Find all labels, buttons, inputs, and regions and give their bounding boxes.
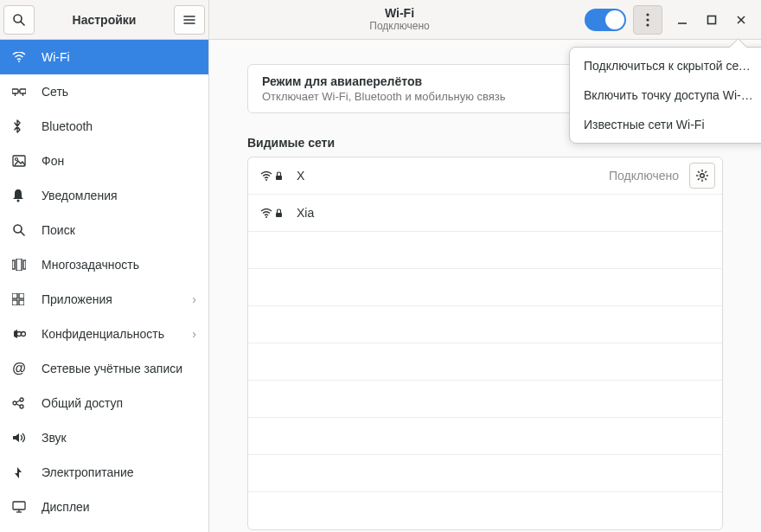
svg-line-50 xyxy=(698,178,700,180)
maximize-icon xyxy=(707,15,717,25)
kebab-menu-button[interactable] xyxy=(633,5,662,35)
sidebar-item-label: Конфиденциальность xyxy=(42,327,164,341)
network-signal-lock xyxy=(260,171,290,181)
close-button[interactable] xyxy=(726,5,756,35)
sidebar-item-background[interactable]: Фон xyxy=(0,144,208,178)
maximize-button[interactable] xyxy=(697,5,726,35)
search-button[interactable] xyxy=(3,5,35,35)
svg-rect-6 xyxy=(12,89,18,93)
svg-point-24 xyxy=(22,332,26,337)
sidebar-item-label: Сеть xyxy=(42,85,68,99)
sidebar-item-multitasking[interactable]: Многозадачность xyxy=(0,247,208,282)
minimize-button[interactable] xyxy=(668,5,697,35)
svg-point-36 xyxy=(646,23,649,26)
sidebar-item-wifi[interactable]: Wi-Fi xyxy=(0,40,208,74)
empty-row xyxy=(248,381,722,418)
menu-enable-hotspot[interactable]: Включить точку доступа Wi-Fi… xyxy=(573,80,761,110)
empty-row xyxy=(248,232,722,269)
chevron-right-icon: › xyxy=(192,292,196,306)
online-accounts-icon: @ xyxy=(12,362,28,375)
sidebar-item-label: Приложения xyxy=(42,292,112,306)
svg-point-35 xyxy=(646,18,649,21)
minimize-icon xyxy=(677,15,687,25)
svg-point-27 xyxy=(13,401,16,405)
svg-line-15 xyxy=(21,232,24,235)
svg-text:@: @ xyxy=(12,362,26,375)
menu-known-networks[interactable]: Известные сети Wi-Fi xyxy=(573,110,761,139)
notifications-icon xyxy=(12,189,28,202)
wifi-icon xyxy=(12,52,28,62)
empty-row xyxy=(248,455,722,492)
sidebar-item-label: Wi-Fi xyxy=(42,50,70,64)
network-status: Подключено xyxy=(609,169,679,183)
main-title-wrap: Wi-Fi Подключено xyxy=(214,7,585,32)
privacy-icon xyxy=(12,328,28,340)
sidebar: Настройки Wi-Fi Сеть Bluetooth Фон xyxy=(0,0,209,532)
svg-point-34 xyxy=(646,13,649,16)
network-list: X Подключено Xia xyxy=(247,157,723,530)
close-icon xyxy=(736,15,746,25)
primary-menu-button[interactable] xyxy=(174,5,205,35)
network-row[interactable]: Xia xyxy=(248,195,722,232)
sidebar-item-bluetooth[interactable]: Bluetooth xyxy=(0,109,208,144)
svg-line-30 xyxy=(16,404,20,406)
applications-icon xyxy=(12,293,28,305)
settings-window: Настройки Wi-Fi Сеть Bluetooth Фон xyxy=(0,0,761,532)
svg-point-52 xyxy=(265,216,267,218)
sidebar-item-label: Дисплеи xyxy=(42,500,90,514)
sound-icon xyxy=(12,432,28,444)
sidebar-item-sharing[interactable]: Общий доступ xyxy=(0,386,208,420)
svg-point-12 xyxy=(16,158,18,161)
sidebar-item-online-accounts[interactable]: @ Сетевые учётные записи xyxy=(0,351,208,386)
svg-line-51 xyxy=(705,171,707,173)
sidebar-item-label: Поиск xyxy=(42,223,75,237)
svg-rect-18 xyxy=(23,260,26,269)
sidebar-item-network[interactable]: Сеть xyxy=(0,74,208,109)
network-icon xyxy=(12,87,28,97)
svg-rect-19 xyxy=(12,293,17,298)
content: Режим для авиаперелётов Отключает Wi-Fi,… xyxy=(209,40,761,530)
sidebar-item-notifications[interactable]: Уведомления xyxy=(0,178,208,213)
sidebar-item-label: Сетевые учётные записи xyxy=(42,362,182,375)
main-header: Wi-Fi Подключено xyxy=(209,0,761,40)
network-name: Xia xyxy=(297,206,314,220)
sidebar-item-applications[interactable]: Приложения › xyxy=(0,282,208,317)
svg-rect-53 xyxy=(276,213,282,217)
sidebar-item-sound[interactable]: Звук xyxy=(0,420,208,455)
svg-line-29 xyxy=(16,401,20,402)
background-icon xyxy=(12,155,28,167)
chevron-right-icon: › xyxy=(192,327,196,341)
empty-row xyxy=(248,306,722,343)
displays-icon xyxy=(12,501,28,513)
wifi-toggle[interactable] xyxy=(585,9,626,31)
bluetooth-icon xyxy=(12,119,28,133)
network-settings-button[interactable] xyxy=(689,163,715,189)
svg-rect-17 xyxy=(16,259,22,271)
wifi-menu-popover: Подключиться к скрытой сети… Включить то… xyxy=(569,47,761,144)
kebab-icon xyxy=(646,13,649,27)
svg-point-43 xyxy=(700,174,705,178)
svg-rect-31 xyxy=(13,502,25,510)
search-icon xyxy=(12,13,26,27)
gear-icon xyxy=(695,169,709,183)
hamburger-icon xyxy=(182,13,196,27)
svg-point-26 xyxy=(20,398,23,401)
lock-icon xyxy=(275,171,283,181)
wifi-icon xyxy=(260,171,272,181)
sidebar-item-search[interactable]: Поиск xyxy=(0,213,208,247)
svg-rect-21 xyxy=(12,300,17,305)
svg-point-5 xyxy=(18,61,20,62)
sidebar-item-label: Фон xyxy=(42,154,64,168)
network-row[interactable]: X Подключено xyxy=(248,157,722,195)
menu-connect-hidden[interactable]: Подключиться к скрытой сети… xyxy=(573,51,761,80)
svg-point-13 xyxy=(17,200,20,202)
power-icon xyxy=(12,466,28,478)
page-subtitle: Подключено xyxy=(369,21,429,32)
sidebar-item-power[interactable]: Электропитание xyxy=(0,455,208,490)
sidebar-item-displays[interactable]: Дисплеи xyxy=(0,490,208,524)
sidebar-list: Wi-Fi Сеть Bluetooth Фон Уведомления Пои… xyxy=(0,40,208,532)
svg-point-41 xyxy=(265,179,267,181)
sidebar-item-label: Уведомления xyxy=(42,189,118,202)
sidebar-item-privacy[interactable]: Конфиденциальность › xyxy=(0,317,208,351)
network-name: X xyxy=(297,169,304,183)
